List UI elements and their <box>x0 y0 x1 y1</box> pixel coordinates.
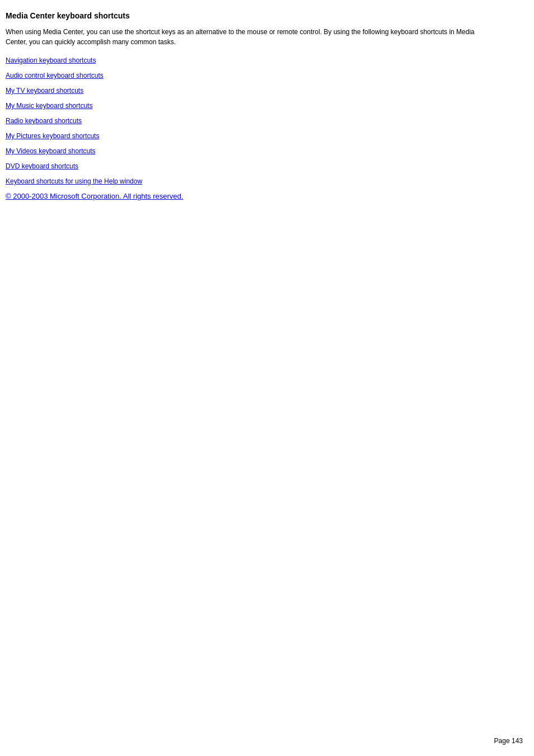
link-radio-shortcuts[interactable]: Radio keyboard shortcuts <box>6 117 82 125</box>
link-videos-shortcuts[interactable]: My Videos keyboard shortcuts <box>6 147 96 155</box>
link-item-help-shortcuts: Keyboard shortcuts for using the Help wi… <box>6 177 493 185</box>
link-item-tv-shortcuts: My TV keyboard shortcuts <box>6 86 493 95</box>
link-item-audio-shortcuts: Audio control keyboard shortcuts <box>6 71 493 79</box>
copyright-section: © 2000-2003 Microsoft Corporation. All r… <box>6 192 493 200</box>
link-item-dvd-shortcuts: DVD keyboard shortcuts <box>6 162 493 170</box>
main-content: Media Center keyboard shortcuts When usi… <box>0 0 504 223</box>
link-item-videos-shortcuts: My Videos keyboard shortcuts <box>6 147 493 155</box>
links-section: Navigation keyboard shortcutsAudio contr… <box>6 56 493 185</box>
link-nav-shortcuts[interactable]: Navigation keyboard shortcuts <box>6 57 96 64</box>
link-help-shortcuts[interactable]: Keyboard shortcuts for using the Help wi… <box>6 177 142 185</box>
intro-paragraph: When using Media Center, you can use the… <box>6 27 493 47</box>
copyright-link[interactable]: © 2000-2003 Microsoft Corporation. All r… <box>6 192 183 200</box>
link-audio-shortcuts[interactable]: Audio control keyboard shortcuts <box>6 72 104 79</box>
link-tv-shortcuts[interactable]: My TV keyboard shortcuts <box>6 87 83 95</box>
link-item-radio-shortcuts: Radio keyboard shortcuts <box>6 116 493 125</box>
page-title: Media Center keyboard shortcuts <box>6 11 493 20</box>
link-pictures-shortcuts[interactable]: My Pictures keyboard shortcuts <box>6 132 99 140</box>
link-dvd-shortcuts[interactable]: DVD keyboard shortcuts <box>6 162 78 170</box>
link-item-pictures-shortcuts: My Pictures keyboard shortcuts <box>6 132 493 140</box>
link-item-music-shortcuts: My Music keyboard shortcuts <box>6 101 493 110</box>
link-music-shortcuts[interactable]: My Music keyboard shortcuts <box>6 102 92 110</box>
page-number: Page 143 <box>494 737 523 745</box>
link-item-nav-shortcuts: Navigation keyboard shortcuts <box>6 56 493 64</box>
